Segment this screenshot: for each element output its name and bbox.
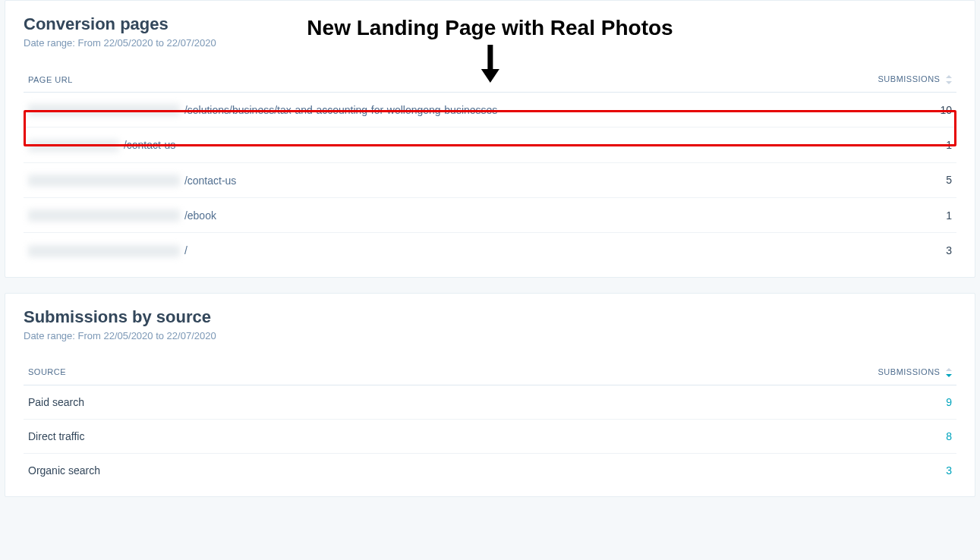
table-row[interactable]: / 3 (24, 233, 956, 268)
table-row[interactable]: /contact-us 5 (24, 162, 956, 197)
column-header-label: PAGE URL (28, 75, 73, 84)
sort-desc-icon (946, 368, 952, 377)
conversion-pages-card: Conversion pages Date range: From 22/05/… (5, 0, 975, 278)
card-date-range: Date range: From 22/05/2020 to 22/07/202… (24, 37, 956, 49)
table-row[interactable]: /solutions/business/tax-and-accounting-f… (24, 93, 956, 127)
submissions-value: 1 (818, 197, 956, 232)
page-url-path: /ebook (184, 209, 216, 222)
column-header-submissions[interactable]: SUBMISSIONS (818, 67, 956, 93)
submissions-value: 1 (818, 127, 956, 162)
source-name: Organic search (24, 453, 484, 487)
page-url-path: /contact-us (124, 140, 175, 152)
submissions-value: 9 (484, 385, 956, 419)
sort-icon (946, 75, 952, 84)
column-header-source[interactable]: SOURCE (24, 360, 484, 385)
column-header-submissions[interactable]: SUBMISSIONS (484, 360, 956, 385)
column-header-page-url[interactable]: PAGE URL (24, 67, 818, 93)
column-header-label: SOURCE (28, 367, 66, 376)
submissions-by-source-table: SOURCE SUBMISSIONS Paid search 9 Direct … (24, 360, 956, 487)
source-name: Paid search (24, 385, 484, 419)
card-title: Submissions by source (24, 307, 956, 327)
table-row[interactable]: Direct traffic 8 (24, 419, 956, 453)
card-title: Conversion pages (24, 14, 956, 34)
submissions-by-source-card: Submissions by source Date range: From 2… (5, 293, 975, 497)
page-url-path: / (184, 245, 187, 257)
redacted-domain (28, 140, 119, 152)
table-row[interactable]: Paid search 9 (24, 385, 956, 419)
submissions-value: 5 (818, 162, 956, 197)
conversion-pages-rows: /solutions/business/tax-and-accounting-f… (24, 93, 956, 268)
submissions-value: 3 (818, 233, 956, 268)
redacted-domain (28, 209, 180, 222)
column-header-label: SUBMISSIONS (878, 367, 941, 376)
redacted-domain (28, 245, 180, 257)
redacted-domain (28, 104, 180, 116)
submissions-value: 8 (484, 419, 956, 453)
redacted-domain (28, 175, 180, 187)
submissions-value: 10 (818, 93, 956, 127)
submissions-by-source-rows: Paid search 9 Direct traffic 8 Organic s… (24, 385, 956, 487)
submissions-value: 3 (484, 453, 956, 487)
table-row[interactable]: /contact-us 1 (24, 127, 956, 162)
card-date-range: Date range: From 22/05/2020 to 22/07/202… (24, 330, 956, 341)
table-row[interactable]: Organic search 3 (24, 453, 956, 487)
source-name: Direct traffic (24, 419, 484, 453)
table-row[interactable]: /ebook 1 (24, 197, 956, 232)
column-header-label: SUBMISSIONS (878, 74, 941, 83)
page-url-path: /contact-us (184, 175, 236, 187)
page-url-path: /solutions/business/tax-and-accounting-f… (184, 104, 497, 116)
conversion-pages-table: PAGE URL SUBMISSIONS /solutions/business… (24, 67, 956, 268)
